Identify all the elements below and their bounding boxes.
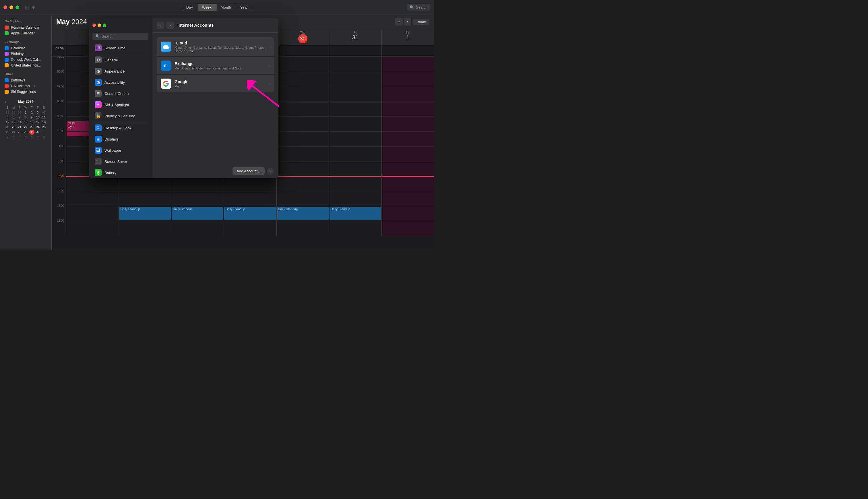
time-cell-sat-0600[interactable] [381,72,434,87]
mini-cal-day[interactable]: 4 [41,110,47,115]
time-cell-thu-1000[interactable] [276,131,329,146]
mini-cal-day[interactable]: 11 [41,115,47,120]
sidebar-item-siri-suggestions[interactable]: Siri Suggestions [2,89,49,95]
ia-account-icloud[interactable]: iCloud iCloud Drive, Contacts, Safari, R… [157,37,274,56]
time-cell-thu-1100[interactable] [276,146,329,161]
mini-cal-today[interactable]: 30 [29,130,34,135]
mini-cal-day[interactable]: 3 [35,110,41,115]
time-cell-thu-0500[interactable] [276,57,329,72]
time-cell-thu-0600[interactable] [276,72,329,87]
mini-cal-day[interactable]: 12 [4,120,10,124]
mini-cal-day[interactable]: 6 [29,135,35,140]
mini-cal-day[interactable]: 2 [4,135,10,140]
time-cell-thu-1200[interactable] [276,161,329,176]
mini-cal-day[interactable]: 26 [4,130,10,135]
next-week-button[interactable]: › [404,18,411,25]
time-cell-thu-1400[interactable] [276,191,329,206]
ia-account-google[interactable]: Google Mail › [157,75,274,92]
time-cell-fri-0700[interactable] [329,87,381,101]
maximize-button[interactable] [15,5,19,9]
close-button[interactable] [3,5,7,9]
mini-cal-day[interactable]: 5 [4,115,10,120]
time-cell-sat-1600[interactable] [381,221,434,236]
apple-calendar-checkbox[interactable] [4,31,9,35]
sysprefs-item-desktop[interactable]: 🖥 Desktop & Dock [91,122,150,133]
time-cell-fri-0900[interactable] [329,117,381,131]
mini-cal-day[interactable]: 7 [35,135,41,140]
time-cell-fri-1200[interactable] [329,161,381,176]
standup-event-tue[interactable]: Daily Standup [172,207,223,220]
mini-cal-day[interactable]: 10 [35,115,41,120]
standup-event-mon[interactable]: Daily Standup [119,207,171,220]
sysprefs-item-siri[interactable]: ✦ Siri & Spotlight [91,99,150,110]
month-view-button[interactable]: Month [216,4,235,11]
sysprefs-item-screensaver[interactable]: ⬛ Screen Saver [91,156,150,167]
mini-cal-next-button[interactable]: › [45,99,47,104]
time-cell-fri-1500[interactable]: Daily Standup [329,206,381,221]
time-cell-mon-1400[interactable] [119,191,171,206]
time-cell-sun-1400[interactable] [66,191,119,206]
time-cell-wed-1600[interactable] [224,221,276,236]
sidebar-item-calendar[interactable]: Calendar [2,45,49,51]
sidebar-item-other-birthdays[interactable]: Birthdays [2,77,49,83]
sidebar-item-outlook-work[interactable]: Outlook Work Cal... [2,57,49,62]
sysprefs-maximize-button[interactable] [103,24,106,27]
outlook-checkbox[interactable] [4,58,9,62]
time-cell-mon-1500[interactable]: Daily Standup [119,206,171,221]
mini-cal-day[interactable]: 31 [35,130,41,135]
time-cell-sat-1000[interactable] [381,131,434,146]
add-account-button[interactable]: Add Account... [233,167,265,175]
ia-back-button[interactable]: ‹ [157,22,164,29]
mini-cal-day[interactable]: 8 [23,115,28,120]
time-cell-thu-1500[interactable]: Daily Standup [276,206,329,221]
time-cell-sat-0700[interactable] [381,87,434,101]
mini-cal-day[interactable]: 27 [11,130,16,135]
time-cell-thu-1300[interactable] [276,176,329,191]
time-cell-fri-0500[interactable] [329,57,381,72]
mini-cal-day[interactable]: 18 [41,120,47,124]
day-view-button[interactable]: Day [182,4,197,11]
mini-cal-day[interactable]: 24 [35,125,41,129]
week-view-button[interactable]: Week [198,4,216,11]
time-cell-sat-0900[interactable] [381,117,434,131]
help-button[interactable]: ? [267,168,274,175]
sidebar-toggle-icon[interactable]: ▤ [25,4,29,10]
mini-cal-day[interactable]: 16 [29,120,35,124]
sidebar-item-personal-calendar[interactable]: Personal Calendar [2,25,49,31]
sysprefs-item-screen-time[interactable]: ⏱ Screen Time [91,42,150,53]
other-us-holidays-checkbox[interactable] [4,84,9,88]
time-cell-sat-0500[interactable] [381,57,434,72]
add-event-icon[interactable]: ✚ [32,4,35,10]
calendar-checkbox[interactable] [4,46,9,50]
mini-cal-day[interactable]: 25 [41,125,47,129]
mini-cal-day[interactable]: 22 [23,125,28,129]
mini-cal-day[interactable]: 29 [11,110,16,115]
mini-cal-day[interactable]: 7 [17,115,22,120]
mini-cal-day[interactable]: 17 [35,120,41,124]
sidebar-item-other-us-holidays[interactable]: US Holidays ♪ [2,83,49,89]
sidebar-item-apple-calendar[interactable]: Apple Calendar [2,31,49,36]
year-view-button[interactable]: Year [236,4,252,11]
mini-cal-day[interactable]: 28 [4,110,10,115]
sysprefs-item-appearance[interactable]: ◑ Appearance [91,66,150,76]
mini-cal-day[interactable]: 6 [11,115,16,120]
mini-cal-day[interactable]: 1 [23,110,28,115]
sidebar-item-us-holidays[interactable]: United States holi... [2,62,49,68]
mini-cal-day[interactable]: 9 [29,115,35,120]
mini-cal-day[interactable]: 4 [17,135,22,140]
sysprefs-minimize-button[interactable] [98,24,101,27]
mini-cal-prev-button[interactable]: ‹ [4,99,6,104]
time-cell-sat-1100[interactable] [381,146,434,161]
sysprefs-search[interactable]: 🔍 [93,33,148,40]
mini-cal-day[interactable]: 8 [41,135,47,140]
mini-cal-day[interactable]: 13 [11,120,16,124]
time-cell-sat-1200[interactable] [381,161,434,176]
sysprefs-item-battery[interactable]: 🔋 Battery [91,167,150,178]
sysprefs-search-input[interactable] [102,34,145,38]
sysprefs-item-privacy[interactable]: 🔒 Privacy & Security [91,110,150,121]
title-search[interactable]: 🔍 Search [407,4,430,11]
us-holidays-checkbox[interactable] [4,63,9,68]
time-cell-fri-0800[interactable] [329,101,381,117]
time-cell-tue-1600[interactable] [171,221,224,236]
mini-cal-day[interactable]: 14 [17,120,22,124]
